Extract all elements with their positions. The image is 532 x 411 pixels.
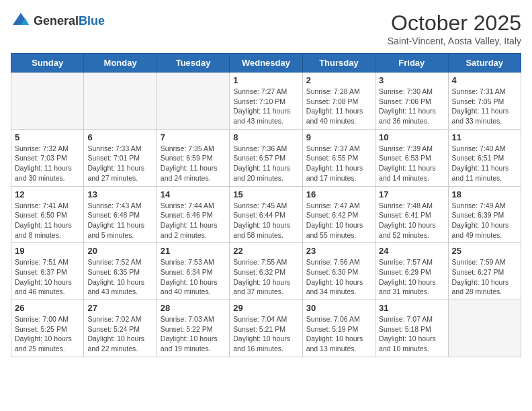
day-number: 10 [379,132,444,142]
day-detail: Sunrise: 7:30 AM Sunset: 7:06 PM Dayligh… [379,87,444,126]
day-detail: Sunrise: 7:03 AM Sunset: 5:22 PM Dayligh… [161,314,226,354]
logo-blue: Blue [79,14,105,28]
weekday-header: Monday [84,54,157,73]
calendar-cell: 17Sunrise: 7:48 AM Sunset: 6:41 PM Dayli… [375,186,448,243]
weekday-header: Friday [375,54,448,73]
calendar-week-row: 12Sunrise: 7:41 AM Sunset: 6:50 PM Dayli… [11,186,521,243]
calendar-cell: 5Sunrise: 7:32 AM Sunset: 7:03 PM Daylig… [11,129,84,186]
weekday-header: Wednesday [230,54,302,73]
weekday-header: Tuesday [157,54,229,73]
calendar-week-row: 5Sunrise: 7:32 AM Sunset: 7:03 PM Daylig… [11,129,521,186]
day-number: 24 [379,246,444,256]
day-number: 23 [306,246,371,256]
day-number: 1 [233,75,298,85]
calendar-cell: 30Sunrise: 7:06 AM Sunset: 5:19 PM Dayli… [302,300,375,357]
day-number: 15 [233,189,298,199]
day-number: 8 [233,132,298,142]
title-block: October 2025 Saint-Vincent, Aosta Valley… [388,11,521,46]
weekday-header: Saturday [448,54,521,73]
calendar-header: SundayMondayTuesdayWednesdayThursdayFrid… [11,54,521,73]
calendar-cell: 28Sunrise: 7:03 AM Sunset: 5:22 PM Dayli… [157,300,229,357]
calendar-week-row: 19Sunrise: 7:51 AM Sunset: 6:37 PM Dayli… [11,243,521,300]
day-detail: Sunrise: 7:48 AM Sunset: 6:41 PM Dayligh… [379,201,444,240]
day-detail: Sunrise: 7:04 AM Sunset: 5:21 PM Dayligh… [233,314,298,354]
logo-general: General [34,14,79,28]
day-detail: Sunrise: 7:33 AM Sunset: 7:01 PM Dayligh… [87,144,152,183]
day-number: 27 [87,303,152,313]
day-detail: Sunrise: 7:28 AM Sunset: 7:08 PM Dayligh… [306,87,371,126]
weekday-header: Thursday [302,54,375,73]
day-number: 13 [87,189,152,199]
day-number: 29 [233,303,298,313]
day-number: 28 [161,303,226,313]
calendar-cell: 6Sunrise: 7:33 AM Sunset: 7:01 PM Daylig… [84,129,157,186]
calendar-cell: 12Sunrise: 7:41 AM Sunset: 6:50 PM Dayli… [11,186,84,243]
day-detail: Sunrise: 7:32 AM Sunset: 7:03 PM Dayligh… [15,144,80,183]
day-number: 30 [306,303,371,313]
calendar-cell: 31Sunrise: 7:07 AM Sunset: 5:18 PM Dayli… [375,300,448,357]
calendar-cell [157,73,229,130]
calendar-cell: 16Sunrise: 7:47 AM Sunset: 6:42 PM Dayli… [302,186,375,243]
day-detail: Sunrise: 7:00 AM Sunset: 5:25 PM Dayligh… [15,314,80,354]
calendar-cell: 7Sunrise: 7:35 AM Sunset: 6:59 PM Daylig… [157,129,229,186]
month-title: October 2025 [388,11,521,36]
day-number: 6 [87,132,152,142]
calendar-cell: 24Sunrise: 7:57 AM Sunset: 6:29 PM Dayli… [375,243,448,300]
day-number: 11 [452,132,517,142]
day-detail: Sunrise: 7:55 AM Sunset: 6:32 PM Dayligh… [233,257,298,297]
calendar-cell: 14Sunrise: 7:44 AM Sunset: 6:46 PM Dayli… [157,186,229,243]
calendar-cell: 4Sunrise: 7:31 AM Sunset: 7:05 PM Daylig… [448,73,521,130]
day-detail: Sunrise: 7:44 AM Sunset: 6:46 PM Dayligh… [161,201,226,240]
day-number: 16 [306,189,371,199]
logo-icon [11,11,31,31]
calendar-cell: 21Sunrise: 7:53 AM Sunset: 6:34 PM Dayli… [157,243,229,300]
day-number: 5 [15,132,80,142]
calendar-week-row: 26Sunrise: 7:00 AM Sunset: 5:25 PM Dayli… [11,300,521,357]
calendar-cell: 10Sunrise: 7:39 AM Sunset: 6:53 PM Dayli… [375,129,448,186]
calendar-cell: 8Sunrise: 7:36 AM Sunset: 6:57 PM Daylig… [230,129,302,186]
calendar-cell: 9Sunrise: 7:37 AM Sunset: 6:55 PM Daylig… [302,129,375,186]
day-number: 12 [15,189,80,199]
weekday-header: Sunday [11,54,84,73]
day-detail: Sunrise: 7:07 AM Sunset: 5:18 PM Dayligh… [379,314,444,354]
calendar-cell [84,73,157,130]
calendar-cell: 22Sunrise: 7:55 AM Sunset: 6:32 PM Dayli… [230,243,302,300]
calendar-cell [448,300,521,357]
day-number: 31 [379,303,444,313]
day-number: 7 [161,132,226,142]
day-number: 14 [161,189,226,199]
day-number: 18 [452,189,517,199]
day-number: 22 [233,246,298,256]
calendar-cell: 20Sunrise: 7:52 AM Sunset: 6:35 PM Dayli… [84,243,157,300]
logo: General Blue [11,11,105,31]
day-detail: Sunrise: 7:47 AM Sunset: 6:42 PM Dayligh… [306,201,371,240]
day-detail: Sunrise: 7:59 AM Sunset: 6:27 PM Dayligh… [452,257,517,297]
day-number: 2 [306,75,371,85]
day-detail: Sunrise: 7:35 AM Sunset: 6:59 PM Dayligh… [161,144,226,183]
weekday-row: SundayMondayTuesdayWednesdayThursdayFrid… [11,54,521,73]
day-number: 3 [379,75,444,85]
day-detail: Sunrise: 7:37 AM Sunset: 6:55 PM Dayligh… [306,144,371,183]
day-detail: Sunrise: 7:51 AM Sunset: 6:37 PM Dayligh… [15,257,80,297]
calendar-cell: 13Sunrise: 7:43 AM Sunset: 6:48 PM Dayli… [84,186,157,243]
calendar-cell: 27Sunrise: 7:02 AM Sunset: 5:24 PM Dayli… [84,300,157,357]
day-number: 9 [306,132,371,142]
day-detail: Sunrise: 7:45 AM Sunset: 6:44 PM Dayligh… [233,201,298,240]
day-number: 4 [452,75,517,85]
calendar-week-row: 1Sunrise: 7:27 AM Sunset: 7:10 PM Daylig… [11,73,521,130]
calendar-cell: 2Sunrise: 7:28 AM Sunset: 7:08 PM Daylig… [302,73,375,130]
calendar-cell: 3Sunrise: 7:30 AM Sunset: 7:06 PM Daylig… [375,73,448,130]
day-detail: Sunrise: 7:31 AM Sunset: 7:05 PM Dayligh… [452,87,517,126]
calendar-cell: 18Sunrise: 7:49 AM Sunset: 6:39 PM Dayli… [448,186,521,243]
day-number: 20 [87,246,152,256]
day-detail: Sunrise: 7:39 AM Sunset: 6:53 PM Dayligh… [379,144,444,183]
day-detail: Sunrise: 7:52 AM Sunset: 6:35 PM Dayligh… [87,257,152,297]
day-detail: Sunrise: 7:41 AM Sunset: 6:50 PM Dayligh… [15,201,80,240]
calendar-cell: 15Sunrise: 7:45 AM Sunset: 6:44 PM Dayli… [230,186,302,243]
day-detail: Sunrise: 7:53 AM Sunset: 6:34 PM Dayligh… [161,257,226,297]
location-subtitle: Saint-Vincent, Aosta Valley, Italy [388,36,521,46]
calendar-cell: 11Sunrise: 7:40 AM Sunset: 6:51 PM Dayli… [448,129,521,186]
day-detail: Sunrise: 7:49 AM Sunset: 6:39 PM Dayligh… [452,201,517,240]
day-number: 26 [15,303,80,313]
day-detail: Sunrise: 7:43 AM Sunset: 6:48 PM Dayligh… [87,201,152,240]
